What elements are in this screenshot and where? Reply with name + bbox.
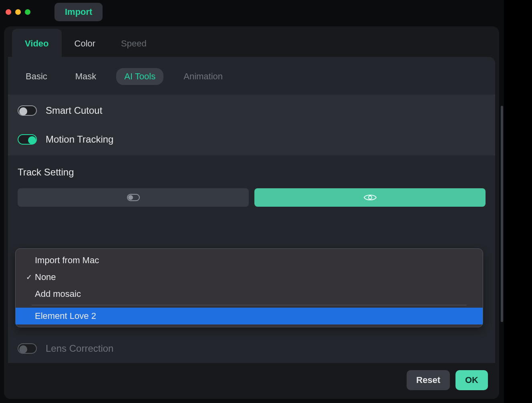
smart-cutout-toggle[interactable] — [18, 105, 37, 116]
titlebar: Import — [0, 0, 504, 24]
track-mode-visible-button[interactable] — [254, 188, 486, 207]
motion-tracking-toggle[interactable] — [18, 134, 37, 145]
track-setting-segment — [18, 188, 486, 207]
window-close-button[interactable] — [6, 9, 11, 15]
tab-speed[interactable]: Speed — [108, 29, 159, 57]
dropdown-item-add-mosaic[interactable]: Add mosaic — [16, 286, 483, 302]
dropdown-separator — [32, 305, 467, 305]
footer-buttons: Reset OK — [8, 370, 494, 390]
window-maximize-button[interactable] — [25, 9, 30, 15]
eye-icon — [363, 193, 377, 202]
dropdown-item-none[interactable]: ✓ None — [16, 269, 483, 286]
check-icon: ✓ — [23, 273, 35, 282]
lens-correction-label: Lens Correction — [46, 343, 113, 354]
smart-cutout-label: Smart Cutout — [46, 105, 102, 116]
link-element-dropdown[interactable]: Import from Mac ✓ None Add mosaic Elemen… — [15, 248, 483, 327]
dropdown-item-import-from-mac[interactable]: Import from Mac — [16, 252, 483, 269]
dropdown-item-element-love-2[interactable]: Element Love 2 — [16, 308, 483, 324]
vertical-scrollbar[interactable] — [501, 106, 503, 322]
motion-tracking-label: Motion Tracking — [46, 134, 113, 145]
subtab-animation[interactable]: Animation — [175, 68, 231, 85]
tab-video[interactable]: Video — [12, 29, 62, 57]
sub-tabs: Basic Mask AI Tools Animation — [8, 57, 495, 95]
ok-button[interactable]: OK — [455, 370, 488, 390]
lens-correction-row: Lens Correction — [8, 335, 495, 362]
window-minimize-button[interactable] — [15, 9, 21, 15]
ai-toggles-section: Smart Cutout Motion Tracking — [8, 95, 495, 155]
import-button[interactable]: Import — [54, 3, 103, 21]
tab-color[interactable]: Color — [62, 29, 109, 57]
app-window: Import Video Color Speed Basic Mask AI T… — [0, 0, 504, 403]
tab-content: Basic Mask AI Tools Animation Smart Cuto… — [8, 57, 495, 363]
reset-button[interactable]: Reset — [407, 370, 450, 390]
lens-correction-toggle[interactable] — [18, 343, 37, 354]
track-setting-title: Track Setting — [18, 167, 486, 178]
dropdown-item-label: Element Love 2 — [35, 311, 96, 321]
dropdown-item-label: None — [35, 272, 56, 282]
svg-point-0 — [369, 196, 372, 199]
subtab-mask[interactable]: Mask — [67, 68, 105, 85]
editor-panel: Video Color Speed Basic Mask AI Tools An… — [4, 26, 499, 399]
traffic-lights — [4, 9, 30, 15]
dropdown-item-label: Import from Mac — [35, 255, 99, 266]
mini-toggle-icon — [127, 194, 140, 201]
smart-cutout-row: Smart Cutout — [18, 105, 486, 116]
subtab-ai-tools[interactable]: AI Tools — [116, 68, 163, 85]
track-mode-hidden-button[interactable] — [18, 188, 249, 207]
subtab-basic[interactable]: Basic — [18, 68, 55, 85]
main-tabs: Video Color Speed — [4, 26, 499, 57]
motion-tracking-row: Motion Tracking — [18, 134, 486, 145]
track-setting-section: Track Setting — [8, 155, 495, 211]
dropdown-item-label: Add mosaic — [35, 289, 81, 299]
